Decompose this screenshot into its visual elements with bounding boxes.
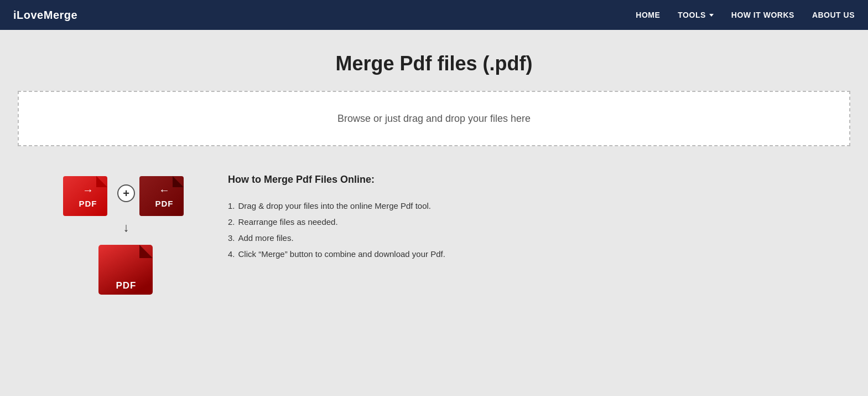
down-arrow-icon: ↓	[123, 220, 129, 235]
pdf-icon-right-content: ← PDF	[134, 168, 195, 213]
chevron-down-icon	[709, 14, 714, 17]
nav-about-us[interactable]: ABOUT US	[812, 11, 855, 19]
pdf-illustration: → PDF +	[58, 168, 195, 298]
right-pdf-arrow: ←	[159, 184, 170, 197]
howto-title: How to Merge Pdf Files Online:	[228, 174, 810, 186]
main-content: Merge Pdf files (.pdf) Browse or just dr…	[0, 30, 868, 320]
drop-zone-text: Browse or just drag and drop your files …	[337, 113, 531, 125]
pdf-icon-left-content: → PDF	[58, 168, 118, 213]
page-title-section: Merge Pdf files (.pdf)	[13, 52, 855, 75]
left-pdf-arrow: →	[82, 184, 93, 197]
howto-section: How to Merge Pdf Files Online: 1. Drag &…	[228, 168, 810, 265]
pdf-icon-left: → PDF	[58, 168, 118, 218]
howto-step-1: 1. Drag & drop your files into the onlin…	[228, 201, 810, 210]
right-pdf-label: PDF	[155, 199, 174, 208]
nav-tools[interactable]: TOOLS	[678, 11, 713, 19]
result-pdf-label: PDF	[116, 280, 137, 291]
page-title: Merge Pdf files (.pdf)	[13, 52, 855, 75]
down-arrow-container: ↓	[123, 220, 129, 235]
nav-home[interactable]: HOME	[636, 11, 660, 19]
drop-zone[interactable]: Browse or just drag and drop your files …	[18, 91, 850, 146]
howto-step-2: 2. Rearrange files as needed.	[228, 217, 810, 227]
pdf-result: PDF	[93, 237, 159, 298]
howto-list: 1. Drag & drop your files into the onlin…	[228, 201, 810, 259]
nav-how-it-works[interactable]: HOW IT WORKS	[731, 11, 794, 19]
lower-section: → PDF +	[13, 168, 855, 298]
howto-step-3: 3. Add more files.	[228, 233, 810, 243]
site-logo[interactable]: iLoveMerge	[13, 9, 77, 22]
pdf-icon-result: PDF	[93, 237, 159, 298]
nav-links: HOME TOOLS HOW IT WORKS ABOUT US	[636, 11, 855, 19]
navbar: iLoveMerge HOME TOOLS HOW IT WORKS ABOUT…	[0, 0, 868, 30]
howto-step-4: 4. Click “Merge” button to combine and d…	[228, 249, 810, 259]
pdf-top-row: → PDF +	[58, 168, 195, 218]
pdf-icon-right: ← PDF	[134, 168, 195, 218]
plus-circle: +	[117, 184, 135, 202]
left-pdf-label: PDF	[79, 199, 97, 208]
